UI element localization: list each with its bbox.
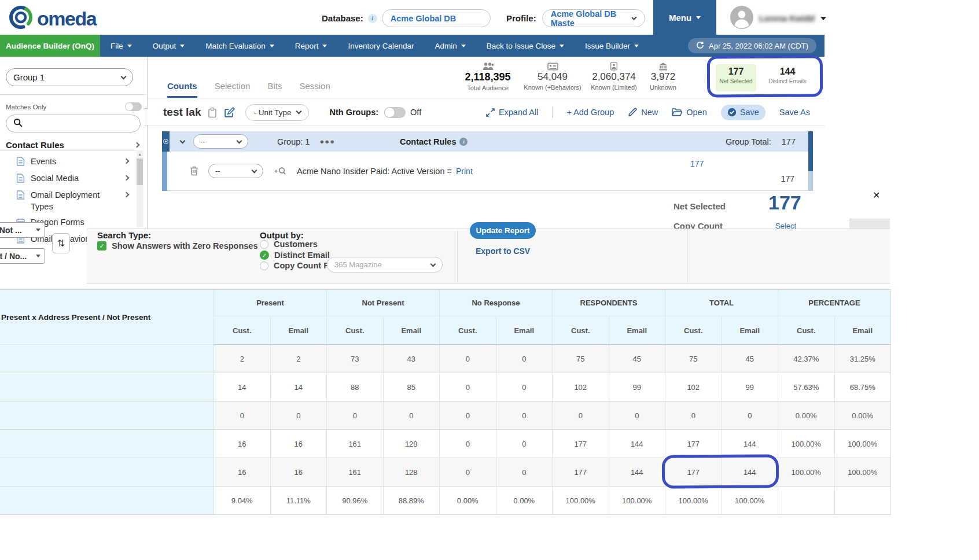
nav-item-admin[interactable]: Admin [424, 35, 476, 57]
unit-type-select[interactable]: - Unit Type [245, 104, 308, 121]
expand-all-label: Expand All [499, 108, 539, 117]
new-button[interactable]: New [628, 108, 658, 117]
net-selected-summary-value: 177 [768, 191, 801, 214]
edit-title-icon[interactable] [224, 107, 235, 118]
table-cell: 57.63% [778, 373, 835, 401]
rule-operator-select[interactable]: -- [208, 164, 263, 178]
matches-only-toggle[interactable] [125, 102, 142, 111]
nth-groups-toggle[interactable] [384, 107, 406, 118]
user-menu[interactable]: Lorena Kwidd [730, 6, 826, 31]
table-cell: 88 [327, 373, 384, 401]
menu-button[interactable]: Menu [653, 0, 716, 35]
customers-radio[interactable] [260, 240, 268, 249]
collapse-group-icon[interactable] [180, 138, 186, 143]
tab-counts[interactable]: Counts [167, 81, 197, 98]
rule-operator-value: -- [215, 167, 220, 175]
save-button[interactable]: Save [721, 105, 765, 120]
nav-item-report[interactable]: Report [285, 35, 338, 57]
chevron-down-icon [634, 45, 639, 47]
table-cell: 0 [440, 430, 496, 458]
timestamp-text: Apr 25, 2022 06:02 AM (CDT) [709, 42, 808, 50]
swap-order-button[interactable]: ⇅ [52, 233, 70, 253]
table-cell: 42.37% [778, 345, 835, 373]
expand-icon [486, 108, 495, 117]
open-button[interactable]: Open [672, 108, 706, 117]
nav-item-label: Inventory Calendar [348, 42, 414, 50]
tab-bits[interactable]: Bits [267, 81, 282, 98]
copy-clipboard-icon[interactable] [208, 107, 217, 118]
net-selected-value: 177 [716, 67, 756, 77]
table-cell: 73 [327, 345, 384, 373]
unit-type-value: - Unit Type [253, 108, 291, 117]
scroll-up-icon[interactable]: ▲ [137, 150, 143, 158]
new-label: New [641, 108, 658, 117]
tab-session[interactable]: Session [299, 81, 330, 98]
group-menu-button[interactable]: ●●● [319, 137, 335, 146]
scrollbar-thumb[interactable] [137, 159, 143, 185]
group-panel: -- Group: 1 ●●● Contact Rules i Group To… [162, 131, 813, 191]
chevron-down-icon [696, 16, 701, 19]
update-report-button[interactable]: Update Report [470, 222, 536, 239]
group-grip[interactable] [162, 131, 170, 152]
nav-item-output[interactable]: Output [142, 35, 196, 57]
database-info-icon[interactable]: i [368, 14, 377, 23]
filter-select-1[interactable]: / Not ... [0, 222, 45, 238]
tab-selection[interactable]: Selection [215, 81, 251, 98]
bank-icon [640, 61, 686, 71]
rule-running-total: 177 [781, 174, 794, 183]
sidebar-item-omail-deployment-types[interactable]: Omail Deployment Types [0, 187, 137, 215]
file-icon [16, 190, 25, 202]
nav-item-audience-builder[interactable]: Audience Builder (OnQ) [0, 35, 100, 57]
group-operator-select[interactable]: -- [193, 134, 248, 149]
expand-all-button[interactable]: Expand All [486, 108, 539, 117]
chevron-down-icon [121, 73, 127, 79]
export-to-csv-link[interactable]: Export to CSV [476, 246, 530, 256]
copy-count-for-select[interactable]: 365 Magazine [327, 257, 443, 272]
zero-responses-checkbox[interactable]: ✓ [97, 241, 106, 250]
add-group-button[interactable]: + Add Group [566, 108, 614, 117]
nav-item-back-to-issue-close[interactable]: Back to Issue Close [476, 35, 575, 57]
close-icon[interactable]: ✕ [873, 190, 880, 201]
delete-rule-button[interactable] [190, 166, 198, 176]
info-icon[interactable]: i [459, 138, 468, 146]
table-cell: 43 [384, 345, 440, 373]
sidebar-section-contact-rules[interactable]: Contact Rules [6, 140, 139, 150]
chevron-down-icon [252, 167, 257, 173]
rule-text: Acme Nano Insider Paid: Active Version = [297, 167, 452, 176]
rule-count: 177 [690, 159, 704, 168]
group-scrollbar[interactable] [808, 131, 813, 191]
table-cell: 0 [440, 401, 496, 430]
profile-value: Acme Global DB Maste [551, 9, 633, 28]
nav-item-inventory-calendar[interactable]: Inventory Calendar [337, 35, 424, 57]
database-input[interactable]: Acme Global DB [382, 9, 491, 27]
profile-select[interactable]: Acme Global DB Maste [542, 9, 645, 27]
table-cell: 0 [440, 345, 496, 373]
table-cell: 0 [271, 401, 327, 430]
sidebar-item-events[interactable]: Events [0, 154, 137, 171]
sidebar-scrollbar[interactable]: ▲ [137, 150, 143, 227]
nav-item-issue-builder[interactable]: Issue Builder [575, 35, 649, 57]
copy-count-radio[interactable] [260, 261, 268, 270]
column-subheader-email: Email [271, 316, 327, 345]
nav-item-file[interactable]: File [100, 35, 142, 57]
search-input[interactable] [6, 115, 141, 132]
save-as-button[interactable]: Save As [779, 108, 810, 117]
row-label [0, 430, 214, 458]
group-select[interactable]: Group 1 [6, 68, 133, 86]
chevron-down-icon [237, 138, 242, 143]
rule-value-link[interactable]: Print [456, 167, 473, 176]
customers-label: Customers [274, 240, 318, 249]
table-cell: 75 [665, 345, 722, 373]
table-cell: 68.75% [835, 373, 892, 401]
tabs: CountsSelectionBitsSession [167, 81, 330, 98]
sidebar-item-social-media[interactable]: Social Media [0, 171, 137, 187]
nav-item-match-evaluation[interactable]: Match Evaluation [195, 35, 285, 57]
sidebar-item-label: Omail Deployment Types [31, 190, 107, 212]
net-selected-badge: 177 Net Selected [716, 64, 756, 91]
rule-search-icon[interactable] [274, 167, 286, 175]
scrollbar-thumb[interactable] [808, 131, 813, 171]
distinct-email-radio[interactable]: ✓ [260, 250, 269, 260]
refresh-timestamp[interactable]: Apr 25, 2022 06:02 AM (CDT) [688, 38, 816, 53]
filter-select-2[interactable]: nt / No... [0, 248, 45, 264]
user-name: Lorena Kwidd [759, 14, 815, 23]
